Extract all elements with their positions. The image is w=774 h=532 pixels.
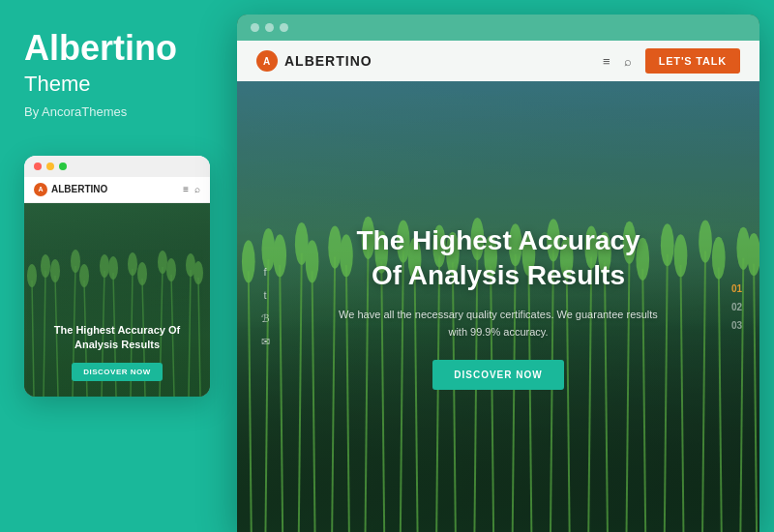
desktop-logo-icon: A (256, 50, 278, 72)
mobile-hamburger-icon[interactable]: ≡ (183, 184, 189, 194)
svg-point-82 (699, 220, 712, 262)
mobile-discover-button[interactable]: DISCOVER NOW (72, 363, 163, 381)
desktop-dot-1 (251, 23, 259, 32)
mobile-hero-text: The Highest Accuracy Of Analysis Results… (24, 323, 210, 381)
mobile-nav: A ALBERTINO ≡ ⌕ (24, 177, 210, 203)
facebook-icon[interactable]: f (258, 265, 272, 279)
desktop-mockup: A ALBERTINO ≡ ⌕ LET'S TALK (237, 15, 759, 532)
mobile-dot-yellow (46, 163, 54, 170)
behance-icon[interactable]: ℬ (258, 311, 272, 325)
discover-button[interactable]: DISCOVER NOW (432, 360, 563, 390)
desktop-dot-2 (265, 23, 274, 32)
mobile-logo-icon: A (34, 183, 47, 196)
page-2[interactable]: 02 (731, 302, 742, 312)
hero-heading: The Highest Accuracy Of Analysis Results (334, 223, 663, 294)
desktop-browser-bar (237, 15, 759, 41)
svg-point-22 (158, 251, 167, 274)
desktop-logo: A ALBERTINO (256, 50, 372, 72)
svg-point-16 (71, 250, 80, 273)
hero-subtext: We have all the necessary quality certif… (334, 307, 663, 340)
author-label: By AncoraThemes (24, 104, 127, 119)
mobile-hero-heading: The Highest Accuracy Of Analysis Results (36, 323, 198, 353)
svg-point-17 (79, 264, 89, 287)
svg-point-20 (128, 252, 137, 276)
theme-label: Theme (24, 72, 90, 97)
svg-point-13 (27, 264, 37, 287)
svg-point-57 (242, 240, 255, 282)
hamburger-icon[interactable]: ≡ (603, 54, 610, 69)
mobile-search-icon[interactable]: ⌕ (194, 184, 200, 194)
theme-title: Albertino (24, 29, 177, 68)
svg-point-25 (194, 261, 203, 284)
svg-point-23 (166, 258, 176, 281)
mobile-dot-green (59, 163, 67, 170)
svg-point-14 (41, 254, 50, 278)
mobile-logo: A ALBERTINO (34, 183, 107, 196)
page-1[interactable]: 01 (731, 283, 742, 294)
desktop-nav-right: ≡ ⌕ LET'S TALK (603, 48, 740, 74)
lets-talk-button[interactable]: LET'S TALK (645, 48, 740, 74)
desktop-nav: A ALBERTINO ≡ ⌕ LET'S TALK (237, 41, 759, 81)
hero-content: The Highest Accuracy Of Analysis Results… (314, 204, 682, 410)
email-icon[interactable]: ✉ (258, 335, 272, 348)
left-panel: Albertino Theme By AncoraThemes A ALBERT… (0, 0, 237, 532)
mobile-nav-icons: ≡ ⌕ (183, 184, 200, 194)
mobile-dot-red (34, 163, 42, 170)
desktop-hero: f t ℬ ✉ The Highest Accuracy Of Analysis… (237, 81, 759, 532)
pagination-right: 01 02 03 (731, 283, 742, 331)
mobile-mockup: A ALBERTINO ≡ ⌕ (24, 156, 210, 397)
svg-point-19 (108, 256, 118, 280)
twitter-icon[interactable]: t (258, 288, 272, 302)
mobile-hero: The Highest Accuracy Of Analysis Results… (24, 203, 210, 397)
svg-point-18 (100, 254, 109, 278)
svg-point-83 (712, 237, 726, 280)
svg-point-59 (273, 234, 286, 277)
social-icons: f t ℬ ✉ (258, 265, 272, 348)
mobile-browser-bar (24, 156, 210, 177)
page-3[interactable]: 03 (731, 320, 742, 331)
search-icon[interactable]: ⌕ (624, 54, 632, 69)
desktop-logo-text: ALBERTINO (284, 53, 372, 69)
svg-point-21 (137, 262, 147, 285)
svg-point-15 (50, 259, 60, 282)
desktop-dot-3 (280, 23, 288, 32)
